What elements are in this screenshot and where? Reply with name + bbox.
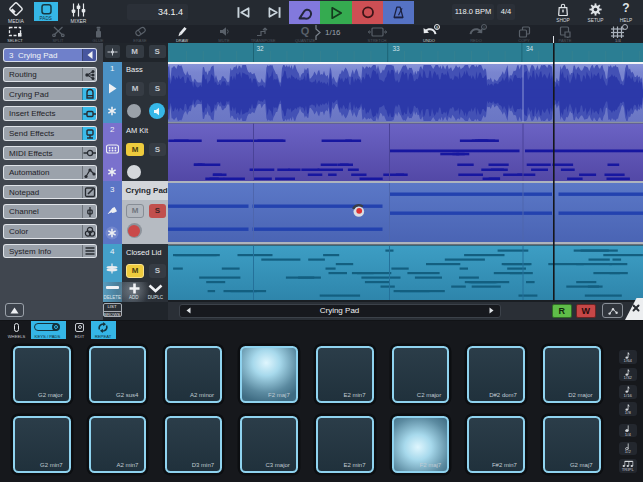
svg-text:32: 32 — [257, 45, 265, 52]
svg-text:33: 33 — [393, 45, 401, 52]
svg-text:34: 34 — [526, 45, 534, 52]
